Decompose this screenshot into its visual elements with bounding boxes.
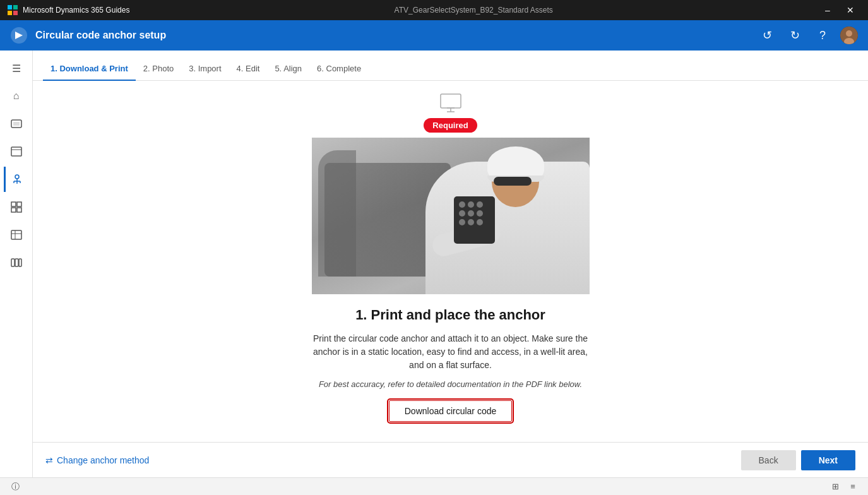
tab-photo[interactable]: 2. Photo (136, 64, 181, 81)
app-header-right: ↺ ↻ ? (757, 25, 858, 45)
main-layout: ☰ ⌂ (0, 51, 868, 477)
title-bar: Microsoft Dynamics 365 Guides ATV_GearSe… (0, 0, 868, 20)
svg-rect-27 (441, 94, 461, 108)
svg-point-12 (15, 175, 19, 179)
minimize-button[interactable]: – (817, 0, 838, 20)
tabs-bar: 1. Download & Print 2. Photo 3. Import 4… (33, 51, 868, 81)
change-anchor-label: Change anchor method (57, 455, 149, 465)
title-bar-filename: ATV_GearSelectSystem_B92_Standard Assets (129, 6, 817, 15)
svg-rect-21 (11, 230, 21, 239)
dynamics-logo (10, 27, 28, 44)
status-right: ⊞ ≡ (828, 480, 860, 493)
svg-rect-26 (19, 259, 21, 266)
svg-rect-2 (8, 11, 12, 15)
tab-download-print[interactable]: 1. Download & Print (43, 64, 136, 81)
svg-rect-20 (17, 208, 21, 212)
download-circular-code-button[interactable]: Download circular code (389, 400, 513, 422)
wizard-content: Required (33, 81, 868, 442)
app-header-left: Circular code anchor setup (10, 27, 166, 44)
svg-rect-0 (8, 5, 12, 9)
sidebar-item-grid[interactable] (4, 194, 29, 220)
svg-rect-17 (11, 202, 16, 206)
tab-complete[interactable]: 6. Complete (309, 64, 369, 81)
app-header-title: Circular code anchor setup (35, 30, 166, 41)
svg-rect-24 (11, 259, 15, 266)
app-icon (8, 5, 18, 15)
sidebar-item-steps[interactable] (4, 139, 29, 164)
svg-rect-19 (11, 208, 16, 212)
svg-rect-1 (13, 5, 18, 9)
user-avatar[interactable] (840, 27, 858, 44)
back-button[interactable]: Back (741, 450, 796, 470)
change-anchor-button[interactable]: ⇄ Change anchor method (45, 455, 149, 465)
nav-buttons: Back Next (741, 450, 855, 470)
change-anchor-icon: ⇄ (45, 455, 53, 465)
tab-import[interactable]: 3. Import (181, 64, 229, 81)
required-badge: Required (424, 118, 477, 133)
sidebar-item-anchor[interactable] (4, 167, 29, 192)
svg-rect-10 (11, 147, 21, 156)
anchor-illustration (312, 138, 590, 294)
sidebar-item-library[interactable] (4, 250, 29, 275)
help-button[interactable]: ? (812, 25, 833, 45)
svg-rect-18 (17, 202, 21, 206)
sidebar-item-home[interactable]: ⌂ (4, 83, 29, 109)
monitor-icon (439, 93, 462, 117)
sidebar-item-anchor-placeholder[interactable] (4, 111, 29, 136)
redo-button[interactable]: ↻ (785, 25, 805, 45)
status-bar: ⓘ ⊞ ≡ (0, 477, 868, 495)
undo-button[interactable]: ↺ (757, 25, 777, 45)
sidebar-item-table[interactable] (4, 222, 29, 248)
view-list-button[interactable]: ≡ (845, 480, 860, 493)
tab-align[interactable]: 5. Align (267, 64, 309, 81)
view-grid-button[interactable]: ⊞ (828, 480, 843, 493)
next-button[interactable]: Next (801, 450, 855, 470)
tab-edit[interactable]: 4. Edit (229, 64, 268, 81)
sidebar-item-menu[interactable]: ☰ (4, 56, 29, 81)
title-bar-appname: Microsoft Dynamics 365 Guides (23, 6, 129, 15)
info-button[interactable]: ⓘ (8, 480, 23, 493)
step-description: Print the circular code anchor and attac… (312, 332, 590, 372)
svg-point-6 (846, 30, 852, 37)
svg-rect-3 (13, 11, 18, 15)
app-header: Circular code anchor setup ↺ ↻ ? (0, 20, 868, 51)
close-button[interactable]: ✕ (840, 0, 860, 20)
svg-rect-25 (15, 259, 18, 266)
bottom-bar: ⇄ Change anchor method Back Next (33, 442, 868, 477)
step-note: For best accuracy, refer to detailed doc… (319, 379, 582, 389)
svg-rect-9 (13, 122, 20, 126)
content-area: 1. Download & Print 2. Photo 3. Import 4… (33, 51, 868, 477)
sidebar: ☰ ⌂ (0, 51, 33, 477)
step-title: 1. Print and place the anchor (355, 307, 545, 323)
title-bar-left: Microsoft Dynamics 365 Guides (8, 5, 129, 15)
title-bar-controls: – ✕ (817, 0, 860, 20)
